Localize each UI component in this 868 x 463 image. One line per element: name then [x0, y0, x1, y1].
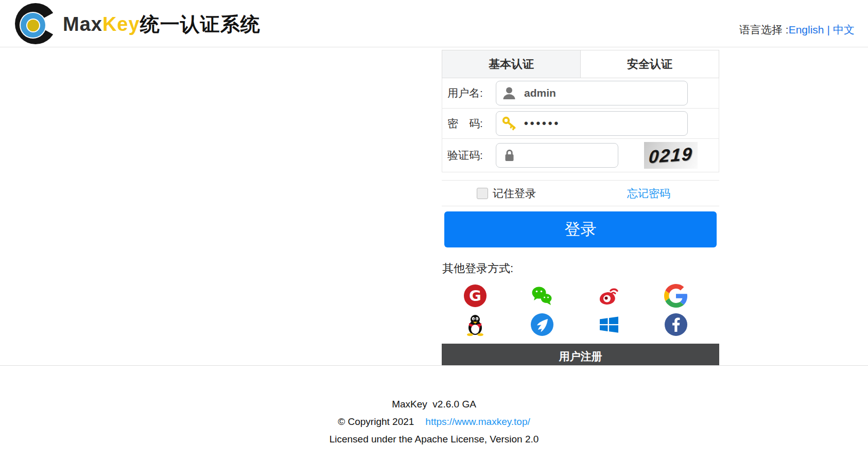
login-page: MaxKey统一认证系统 语言选择 :English|中文 基本认证 安全认证 … [0, 0, 868, 463]
captcha-label: 验证码: [442, 148, 496, 163]
windows-icon [597, 313, 621, 336]
login-form: 用户名: 密 码: [442, 78, 719, 172]
login-button[interactable]: 登录 [444, 211, 717, 247]
language-selector: 语言选择 :English|中文 [739, 23, 855, 37]
lock-icon [501, 148, 517, 163]
footer-license: Licensed under the Apache License, Versi… [0, 434, 868, 445]
page-footer: MaxKey v2.6.0 GA © Copyright 2021https:/… [0, 365, 868, 463]
remember-checkbox[interactable] [477, 188, 488, 199]
facebook-login-button[interactable] [643, 310, 709, 339]
username-label: 用户名: [442, 86, 496, 100]
password-input-box [496, 111, 688, 136]
dingtalk-icon [530, 313, 554, 336]
wechat-login-button[interactable] [509, 281, 576, 310]
page-title: MaxKey统一认证系统 [63, 11, 261, 38]
tab-secure-auth[interactable]: 安全认证 [580, 50, 719, 78]
user-icon [501, 85, 517, 101]
captcha-image-text: 0219 [648, 144, 693, 167]
footer-copyright: © Copyright 2021 [338, 416, 414, 427]
other-login-methods-label: 其他登录方式: [442, 261, 719, 276]
forgot-password-link[interactable]: 忘记密码 [627, 186, 670, 201]
language-link-english[interactable]: English [789, 24, 824, 35]
gitee-login-button[interactable]: G [442, 281, 509, 310]
brand-max: Max [63, 13, 102, 35]
language-label: 语言选择 : [739, 24, 789, 35]
maxkey-logo-icon [13, 3, 56, 46]
wechat-icon [530, 284, 554, 308]
app-header: MaxKey统一认证系统 语言选择 :English|中文 [0, 0, 868, 47]
language-link-chinese[interactable]: 中文 [833, 24, 855, 35]
qq-icon [463, 313, 487, 336]
footer-site-link[interactable]: https://www.maxkey.top/ [425, 416, 530, 427]
username-row: 用户名: [442, 78, 719, 109]
footer-copyright-line: © Copyright 2021https://www.maxkey.top/ [0, 416, 868, 428]
brand-key: Key [102, 13, 140, 35]
remember-label: 记住登录 [493, 186, 536, 201]
auth-tabs: 基本认证 安全认证 [442, 50, 719, 78]
password-input[interactable] [524, 117, 682, 130]
google-icon [664, 284, 688, 308]
footer-version: MaxKey v2.6.0 GA [0, 399, 868, 410]
captcha-row: 验证码: 0219 [442, 139, 719, 172]
password-label: 密 码: [442, 116, 496, 131]
password-row: 密 码: [442, 109, 719, 139]
captcha-image[interactable]: 0219 [644, 142, 698, 169]
gitee-icon: G [463, 284, 487, 308]
brand-suffix: 统一认证系统 [140, 13, 261, 35]
tab-basic-auth[interactable]: 基本认证 [442, 50, 580, 78]
qq-login-button[interactable] [442, 310, 509, 339]
key-icon [501, 116, 517, 131]
captcha-input[interactable] [524, 149, 613, 162]
remember-row: 记住登录 忘记密码 [442, 180, 719, 206]
username-input-box [496, 81, 688, 105]
dingtalk-login-button[interactable] [509, 310, 576, 339]
weibo-icon [597, 284, 621, 308]
username-input[interactable] [524, 87, 682, 99]
weibo-login-button[interactable] [576, 281, 643, 310]
windows-login-button[interactable] [576, 310, 643, 339]
social-login-providers: G [442, 281, 719, 339]
login-panel: 基本认证 安全认证 用户名: 密 码: [442, 50, 719, 369]
facebook-icon [664, 313, 688, 336]
language-divider: | [824, 24, 833, 35]
google-login-button[interactable] [643, 281, 709, 310]
captcha-input-box [496, 143, 618, 168]
svg-text:G: G [469, 287, 481, 305]
